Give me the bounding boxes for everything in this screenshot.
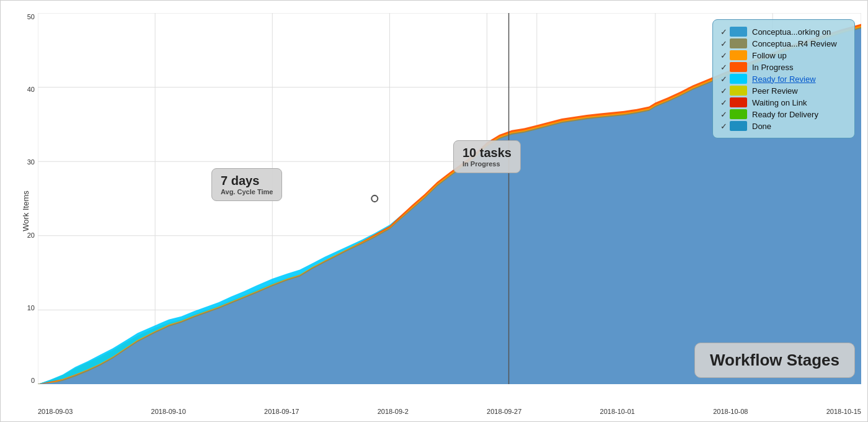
legend-color-6 xyxy=(730,97,747,107)
x-label-1008: 2018-10-08 xyxy=(713,408,748,415)
y-label-40: 40 xyxy=(27,86,35,93)
checkmark-icon-1: ✓ xyxy=(720,39,727,48)
tooltip-tasks-value: 10 tasks xyxy=(463,146,512,160)
legend-item-5[interactable]: ✓ Peer Review xyxy=(720,86,847,96)
checkmark-icon-5: ✓ xyxy=(720,86,727,96)
chart-container: Work Items 0 10 20 30 40 50 xyxy=(0,0,868,422)
x-label-0917: 2018-09-17 xyxy=(264,408,299,415)
legend-label-2: Follow up xyxy=(752,51,787,60)
checkmark-icon-7: ✓ xyxy=(720,110,727,119)
legend-color-0 xyxy=(730,27,747,37)
tooltip-in-progress-count: 10 tasks In Progress xyxy=(453,140,521,173)
y-label-50: 50 xyxy=(27,13,35,20)
legend-color-8 xyxy=(730,121,747,131)
legend-item-6[interactable]: ✓ Waiting on Link xyxy=(720,97,847,107)
y-label-30: 30 xyxy=(27,158,35,166)
checkmark-icon-4: ✓ xyxy=(720,74,727,84)
legend-label-0: Conceptua...orking on xyxy=(752,27,831,37)
legend-label-6: Waiting on Link xyxy=(752,98,807,107)
checkmark-icon-0: ✓ xyxy=(720,27,727,37)
x-label-1015: 2018-10-15 xyxy=(826,408,861,415)
legend-color-3 xyxy=(730,62,747,72)
legend-item-4[interactable]: ✓ Ready for Review xyxy=(720,74,847,84)
tooltip-cycle-time-value: 7 days xyxy=(221,174,273,188)
checkmark-icon-2: ✓ xyxy=(720,51,727,60)
legend-label-5: Peer Review xyxy=(752,86,798,96)
legend-item-7[interactable]: ✓ Ready for Delivery xyxy=(720,109,847,119)
legend-label-3: In Progress xyxy=(752,63,793,72)
legend-color-4 xyxy=(730,74,747,84)
legend-item-0[interactable]: ✓ Conceptua...orking on xyxy=(720,27,847,37)
y-label-0: 0 xyxy=(31,377,35,384)
legend-label-8: Done xyxy=(752,122,771,131)
y-label-20: 20 xyxy=(27,231,35,239)
legend-label-1: Conceptua...R4 Review xyxy=(752,39,837,48)
workflow-stages-label: Workflow Stages xyxy=(694,343,855,378)
legend-box[interactable]: ✓ Conceptua...orking on ✓ Conceptua...R4… xyxy=(712,19,855,138)
y-label-10: 10 xyxy=(27,304,35,312)
legend-color-5 xyxy=(730,86,747,96)
x-label-1001: 2018-10-01 xyxy=(600,408,635,415)
checkmark-icon-6: ✓ xyxy=(720,98,727,107)
y-axis-labels: 0 10 20 30 40 50 xyxy=(7,13,35,384)
checkmark-icon-8: ✓ xyxy=(720,122,727,131)
cycle-time-marker xyxy=(371,195,378,202)
legend-item-1[interactable]: ✓ Conceptua...R4 Review xyxy=(720,38,847,48)
x-label-0910: 2018-09-10 xyxy=(151,408,186,415)
tooltip-avg-cycle-time: 7 days Avg. Cycle Time xyxy=(211,168,282,201)
tooltip-cycle-time-label: Avg. Cycle Time xyxy=(221,188,273,195)
legend-label-7: Ready for Delivery xyxy=(752,110,818,119)
legend-item-8[interactable]: ✓ Done xyxy=(720,121,847,131)
legend-item-3[interactable]: ✓ In Progress xyxy=(720,62,847,72)
legend-color-7 xyxy=(730,109,747,119)
tooltip-tasks-label: In Progress xyxy=(463,160,512,168)
x-label-0903: 2018-09-03 xyxy=(38,408,73,415)
x-label-0924: 2018-09-2 xyxy=(378,408,409,415)
legend-color-1 xyxy=(730,38,747,48)
legend-color-2 xyxy=(730,50,747,60)
legend-label-4[interactable]: Ready for Review xyxy=(752,74,816,84)
checkmark-icon-3: ✓ xyxy=(720,63,727,72)
legend-item-2[interactable]: ✓ Follow up xyxy=(720,50,847,60)
x-axis-labels: 2018-09-03 2018-09-10 2018-09-17 2018-09… xyxy=(38,408,861,415)
x-label-0927: 2018-09-27 xyxy=(487,408,521,415)
